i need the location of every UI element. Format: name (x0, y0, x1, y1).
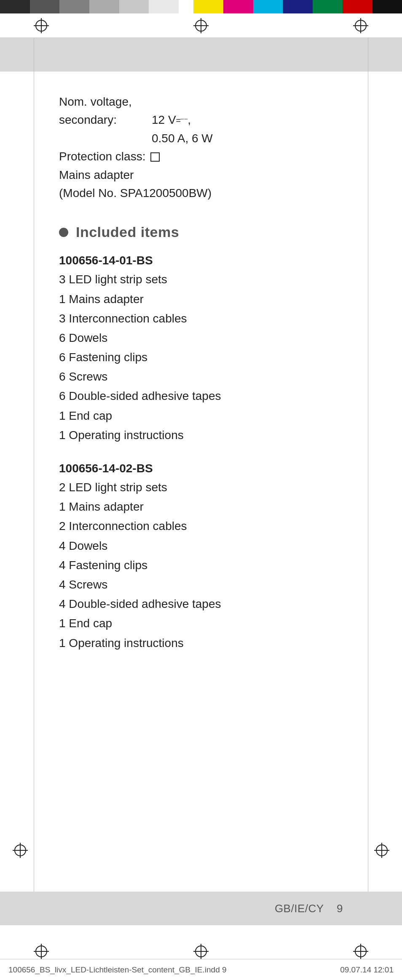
reg-bar-top (0, 13, 402, 38)
list-item: 6 Fastening clips (59, 348, 343, 367)
reg-bar-mid (0, 843, 402, 858)
cb-segment (89, 0, 119, 13)
product-block-1: 100656-14-01-BS 3 LED light strip sets 1… (59, 254, 343, 445)
included-items-title-row: Included items (59, 224, 343, 240)
list-item: 6 Screws (59, 367, 343, 386)
product-list-2: 2 LED light strip sets 1 Mains adapter 2… (59, 478, 343, 653)
cb-segment (30, 0, 60, 13)
list-item: 2 LED light strip sets (59, 478, 343, 497)
filename-bar: 100656_BS_livx_LED-Lichtleisten-Set_cont… (0, 959, 402, 980)
cb-segment (283, 0, 313, 13)
cb-segment (313, 0, 343, 13)
protection-class-box (150, 152, 160, 162)
reg-bar-bottom (0, 944, 402, 959)
section-bullet (59, 228, 68, 237)
footer-locale-text: GB/IE/CY (275, 902, 324, 915)
list-item: 1 Mains adapter (59, 497, 343, 517)
spec-protection-row: Protection class: (59, 147, 343, 165)
dc-symbol: =⁻⁻ (176, 116, 188, 125)
spec-mains-model: (Model No. SPA1200500BW) (59, 184, 343, 202)
list-item: 4 Screws (59, 575, 343, 594)
cb-segment (59, 0, 89, 13)
cb-segment (253, 0, 283, 13)
reg-mark-bottom-center (193, 944, 209, 959)
cb-segment (193, 0, 223, 13)
reg-mark-mid-left (13, 843, 28, 858)
list-item: 1 End cap (59, 614, 343, 633)
list-item: 3 LED light strip sets (59, 270, 343, 289)
cb-spacer (179, 0, 193, 13)
list-item: 4 Dowels (59, 536, 343, 556)
footer-gray-band: GB/IE/CY 9 (0, 892, 402, 925)
color-bar (0, 0, 402, 13)
spec-mains-label: Mains adapter (59, 166, 343, 184)
cb-segment (343, 0, 373, 13)
product-id-2: 100656-14-02-BS (59, 462, 343, 475)
reg-mark-bottom-left (34, 944, 49, 959)
spec-voltage-row: secondary: 12 V=⁻⁻, (59, 111, 343, 129)
product-block-2: 100656-14-02-BS 2 LED light strip sets 1… (59, 462, 343, 653)
spec-protection-label: Protection class: (59, 150, 145, 163)
filename-text: 100656_BS_livx_LED-Lichtleisten-Set_cont… (8, 965, 227, 975)
list-item: 1 Mains adapter (59, 290, 343, 309)
header-gray-band (0, 38, 402, 72)
cb-segment (372, 0, 402, 13)
list-item: 1 End cap (59, 406, 343, 426)
cb-segment (0, 0, 30, 13)
spec-voltage-value: 12 V=⁻⁻, (152, 111, 343, 129)
reg-mark-top-right (353, 18, 368, 33)
spec-current-row: 0.50 A, 6 W (59, 129, 343, 147)
list-item: 3 Interconnection cables (59, 309, 343, 328)
spec-current-label (59, 129, 152, 147)
list-item: 4 Fastening clips (59, 556, 343, 575)
reg-mark-bottom-right (353, 944, 368, 959)
product-id-1: 100656-14-01-BS (59, 254, 343, 267)
spec-current-value: 0.50 A, 6 W (152, 129, 343, 147)
section-title-text: Included items (76, 224, 179, 240)
reg-mark-top-center (193, 18, 209, 33)
list-item: 1 Operating instructions (59, 634, 343, 653)
list-item: 4 Double-sided adhesive tapes (59, 594, 343, 614)
reg-mark-top-left (34, 18, 49, 33)
list-item: 1 Operating instructions (59, 426, 343, 445)
list-item: 6 Double-sided adhesive tapes (59, 386, 343, 406)
product-list-1: 3 LED light strip sets 1 Mains adapter 3… (59, 270, 343, 445)
spec-secondary-label: secondary: (59, 111, 152, 129)
cb-segment (149, 0, 179, 13)
footer-page-number: 9 (337, 902, 343, 915)
list-item: 2 Interconnection cables (59, 517, 343, 536)
reg-mark-mid-right (374, 843, 389, 858)
list-item: 6 Dowels (59, 328, 343, 348)
cb-segment (119, 0, 149, 13)
cb-segment (223, 0, 253, 13)
specs-section: Nom. voltage, secondary: 12 V=⁻⁻, 0.50 A… (59, 93, 343, 202)
footer-locale: GB/IE/CY 9 (275, 902, 343, 915)
spec-voltage-number: 12 V (152, 113, 176, 126)
timestamp-text: 09.07.14 12:01 (340, 965, 394, 975)
spec-nom-voltage-label1: Nom. voltage, (59, 93, 343, 111)
